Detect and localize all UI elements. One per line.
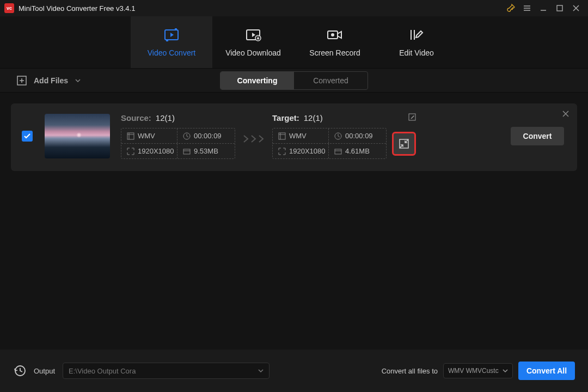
video-thumbnail[interactable] <box>45 114 110 158</box>
remove-item-button[interactable] <box>562 110 569 120</box>
edit-video-icon <box>408 28 425 42</box>
target-format: WMV <box>289 132 307 140</box>
clock-icon <box>334 132 342 140</box>
target-filename: 12(1) <box>304 113 323 122</box>
record-icon <box>326 28 344 42</box>
arrow-icon <box>235 135 272 143</box>
conversion-state-tabs: Converting Converted <box>220 71 368 90</box>
add-files-button[interactable]: Add Files <box>16 75 81 86</box>
svg-rect-10 <box>279 133 285 139</box>
tab-converted[interactable]: Converted <box>294 72 367 89</box>
tab-screen-record-label: Screen Record <box>309 48 360 57</box>
app-logo: vc <box>4 3 14 13</box>
add-files-label: Add Files <box>34 76 68 85</box>
key-icon[interactable] <box>503 1 518 16</box>
source-label: Source: <box>121 113 151 122</box>
compress-icon <box>399 139 409 149</box>
item-checkbox[interactable] <box>22 131 33 142</box>
chevron-down-icon <box>503 368 508 373</box>
target-resolution: 1920X1080 <box>289 147 326 155</box>
target-duration: 00:00:09 <box>345 132 373 140</box>
chevron-down-icon <box>258 368 264 373</box>
main-nav: Video Convert Video Download Screen Reco… <box>0 16 588 68</box>
content-area: Source: 12(1) WMV 00:00:09 <box>0 93 588 182</box>
resolution-icon <box>127 148 134 155</box>
output-path-value: E:\Video Output Cora <box>69 367 136 375</box>
compress-settings-button[interactable] <box>392 132 416 156</box>
history-icon[interactable] <box>13 364 26 377</box>
clock-icon <box>183 132 191 140</box>
resolution-icon <box>278 148 286 155</box>
tab-screen-record[interactable]: Screen Record <box>294 16 376 68</box>
format-icon <box>127 132 134 140</box>
footer: Output E:\Video Output Cora Convert all … <box>0 350 588 392</box>
convert-button[interactable]: Convert <box>511 127 564 145</box>
tab-video-convert[interactable]: Video Convert <box>131 16 212 68</box>
edit-target-button[interactable] <box>408 113 416 122</box>
target-format-select[interactable]: WMV WMVCustc <box>443 363 513 378</box>
source-filename: 12(1) <box>156 113 175 122</box>
target-size: 4.61MB <box>345 147 370 155</box>
target-info: Target: 12(1) WMV 00:00:09 <box>272 113 416 159</box>
target-label: Target: <box>272 113 299 122</box>
app-title: MiniTool Video Converter Free v3.4.1 <box>19 4 503 13</box>
tab-video-download-label: Video Download <box>225 48 281 57</box>
target-format-value: WMV WMVCustc <box>448 367 499 375</box>
convert-all-button[interactable]: Convert All <box>518 362 575 380</box>
convert-icon <box>163 28 180 42</box>
svg-rect-12 <box>335 149 341 154</box>
tab-converting[interactable]: Converting <box>220 72 294 89</box>
maximize-icon[interactable] <box>552 1 567 16</box>
tab-edit-video-label: Edit Video <box>399 48 434 57</box>
size-icon <box>334 148 342 155</box>
convert-all-to-label: Convert all files to <box>382 367 438 375</box>
source-size: 9.53MB <box>194 147 218 155</box>
minimize-icon[interactable] <box>536 1 551 16</box>
conversion-item: Source: 12(1) WMV 00:00:09 <box>11 103 577 171</box>
output-label: Output <box>34 367 55 375</box>
size-icon <box>183 148 191 155</box>
svg-point-4 <box>331 33 334 36</box>
svg-rect-6 <box>127 133 134 139</box>
source-duration: 00:00:09 <box>194 132 222 140</box>
toolbar: Add Files Converting Converted <box>0 68 588 93</box>
download-icon <box>244 28 262 42</box>
tab-video-convert-label: Video Convert <box>148 48 195 57</box>
chevron-down-icon <box>75 77 81 84</box>
svg-rect-8 <box>183 149 190 154</box>
svg-rect-0 <box>557 5 562 11</box>
window-controls <box>503 1 584 16</box>
format-icon <box>278 132 286 140</box>
source-info: Source: 12(1) WMV 00:00:09 <box>121 113 235 159</box>
tab-edit-video[interactable]: Edit Video <box>376 16 457 68</box>
add-file-icon <box>16 75 27 86</box>
output-path-select[interactable]: E:\Video Output Cora <box>63 363 270 379</box>
close-icon[interactable] <box>568 1 584 16</box>
titlebar: vc MiniTool Video Converter Free v3.4.1 <box>0 0 588 16</box>
source-format: WMV <box>138 132 155 140</box>
source-resolution: 1920X1080 <box>138 147 174 155</box>
check-icon <box>23 132 31 140</box>
tab-video-download[interactable]: Video Download <box>212 16 294 68</box>
menu-icon[interactable] <box>519 1 535 16</box>
